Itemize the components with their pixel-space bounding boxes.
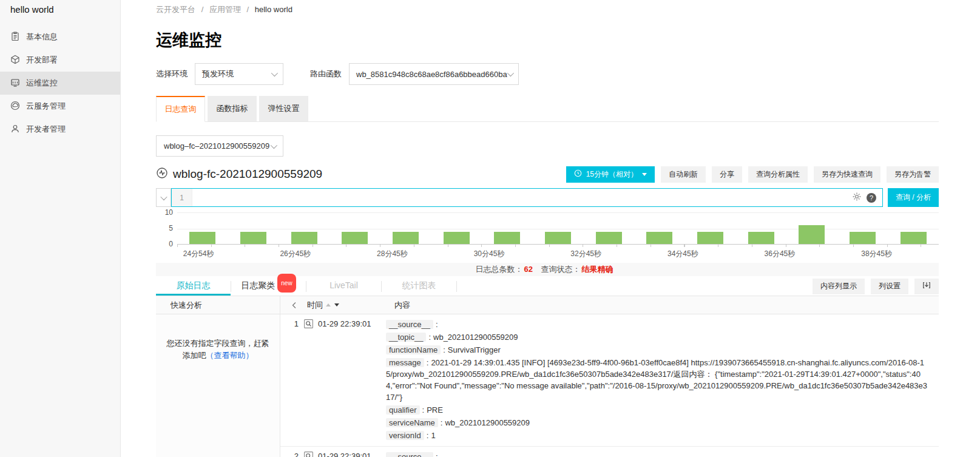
bar-slot	[786, 212, 837, 245]
field-key[interactable]: functionName	[386, 345, 441, 354]
chart-bar[interactable]	[799, 225, 825, 245]
chart-bar[interactable]	[901, 232, 927, 245]
log-field: message:2021-01-29 14:39:01.435 [INFO] […	[386, 357, 929, 403]
breadcrumb-app-management[interactable]: 应用管理	[209, 5, 241, 14]
sidebar-item-deploy[interactable]: 开发部署	[0, 49, 120, 72]
bar-slot	[482, 212, 533, 245]
query-analysis-props-button[interactable]: 查询分析属性	[748, 166, 808, 183]
chart-bar[interactable]	[494, 232, 520, 245]
chart-bar[interactable]	[291, 232, 317, 245]
query-editor: 1 ?	[171, 188, 883, 207]
view-help-link[interactable]: （查看帮助）	[206, 351, 254, 360]
field-separator: :	[436, 452, 438, 457]
share-button[interactable]: 分享	[712, 166, 742, 183]
field-value[interactable]: 2021-01-29 14:39:01.435 [INFO] [4693e23d…	[386, 358, 927, 402]
content-column-display-button[interactable]: 内容列显示	[813, 279, 865, 294]
line-number: 1	[172, 189, 192, 206]
auto-refresh-button[interactable]: 自动刷新	[661, 166, 706, 183]
field-key[interactable]: versionId	[386, 431, 424, 440]
bar-slot	[329, 212, 380, 245]
log-field: __source__:	[386, 319, 929, 330]
field-key[interactable]: qualifier	[386, 405, 420, 415]
tab-function-metrics[interactable]: 函数指标	[208, 96, 257, 121]
field-value[interactable]: 1	[431, 431, 435, 440]
help-icon[interactable]: ?	[867, 193, 876, 203]
x-tick-label: 38分45秒	[861, 249, 892, 259]
logstore-select[interactable]: wblog–fc–2021012900559209	[156, 135, 283, 157]
magnifier-icon[interactable]	[299, 451, 318, 457]
chart-bar[interactable]	[748, 232, 774, 245]
field-key[interactable]: __source__	[386, 320, 433, 329]
x-axis	[177, 244, 939, 245]
field-value[interactable]: wb_2021012900559209	[445, 418, 530, 427]
tab-statistics-chart[interactable]: 统计图表	[382, 277, 456, 296]
tab-livetail[interactable]: LiveTail	[306, 277, 381, 296]
sidebar-item-monitoring[interactable]: 运维监控	[0, 72, 120, 95]
user-icon	[10, 124, 20, 135]
tab-raw-logs[interactable]: 原始日志	[156, 277, 231, 296]
field-value[interactable]: SurvivalTrigger	[448, 345, 501, 354]
chart-bar[interactable]	[240, 232, 266, 245]
total-count-label: 日志总条数：	[475, 265, 522, 274]
time-column-header[interactable]: 时间	[307, 296, 394, 314]
bar-slot	[634, 212, 685, 245]
chart-bar[interactable]	[342, 232, 368, 245]
chart-bar[interactable]	[545, 232, 571, 245]
bar-slot	[837, 212, 888, 245]
sidebar-item-cloud-services[interactable]: 云服务管理	[0, 95, 120, 118]
divider	[456, 281, 457, 292]
sidebar-item-developers[interactable]: 开发者管理	[0, 118, 120, 141]
sort-asc-icon[interactable]	[326, 303, 331, 306]
clock-icon	[574, 169, 582, 179]
breadcrumb: 云开发平台 / 应用管理 / hello world	[156, 0, 939, 15]
app-title: hello world	[0, 0, 120, 21]
breadcrumb-platform[interactable]: 云开发平台	[156, 5, 195, 14]
field-key[interactable]: message	[386, 358, 424, 367]
chart-bar[interactable]	[850, 232, 876, 245]
chart-bar[interactable]	[697, 232, 723, 245]
route-function-select[interactable]: wb_8581c948c8c68ae8cf86a6bbead660ba	[349, 63, 519, 85]
query-analyze-button[interactable]: 查询 / 分析	[888, 188, 939, 207]
chart-bar[interactable]	[189, 232, 215, 245]
main-area: 云开发平台 / 应用管理 / hello world 运维监控 选择环境 预发环…	[121, 0, 980, 457]
row-index: 2	[280, 451, 299, 457]
time-range-button[interactable]: 15分钟（相对）	[566, 166, 655, 183]
column-settings-button[interactable]: 列设置	[871, 279, 908, 294]
quick-analysis-panel: 您还没有指定字段查询，赶紧添加吧（查看帮助）	[156, 314, 280, 457]
field-key[interactable]: serviceName	[386, 418, 438, 427]
save-as-alert-button[interactable]: 另存为告警	[887, 166, 939, 183]
tab-log-query[interactable]: 日志查询	[156, 96, 205, 122]
chart-bar[interactable]	[444, 232, 470, 245]
log-field: qualifier:PRE	[386, 404, 929, 416]
collapse-panel-button[interactable]	[280, 296, 307, 314]
sidebar-item-label: 基本信息	[26, 32, 58, 42]
bar-slot	[735, 212, 786, 245]
deploy-icon	[10, 55, 20, 66]
row-time: 01-29 22:39:01	[318, 451, 386, 457]
field-value[interactable]: wb_2021012900559209	[433, 333, 518, 342]
bar-slot	[533, 212, 584, 245]
expand-query-button[interactable]	[156, 188, 171, 207]
download-button[interactable]	[914, 279, 939, 294]
env-select[interactable]: 预发环境	[195, 63, 283, 85]
field-separator: :	[428, 333, 431, 342]
field-value[interactable]: PRE	[427, 405, 443, 415]
field-key[interactable]: __source__	[386, 452, 433, 457]
chart-bar[interactable]	[393, 232, 419, 245]
main-tabs: 日志查询 函数指标 弹性设置	[156, 96, 939, 122]
gear-icon[interactable]	[852, 192, 862, 204]
chart-bar[interactable]	[646, 232, 672, 245]
sort-desc-icon[interactable]	[334, 303, 339, 306]
field-key[interactable]: __topic__	[386, 333, 426, 342]
tab-elastic-settings[interactable]: 弹性设置	[259, 96, 308, 121]
log-histogram: 10 5 0 24分54秒26分45秒28分45秒30分45秒32分45秒34分…	[156, 212, 939, 257]
query-state-label: 查询状态：	[541, 265, 581, 274]
field-separator: :	[443, 345, 445, 354]
query-input[interactable]	[192, 189, 852, 206]
chart-xticks: 24分54秒26分45秒28分45秒30分45秒32分45秒34分45秒36分4…	[177, 247, 939, 257]
magnifier-icon[interactable]	[299, 319, 318, 442]
sidebar-item-basic-info[interactable]: 基本信息	[0, 25, 120, 49]
chart-bar[interactable]	[596, 232, 622, 245]
save-as-quick-query-button[interactable]: 另存为快速查询	[814, 166, 880, 183]
tab-log-clustering[interactable]: 日志聚类new	[231, 277, 306, 296]
